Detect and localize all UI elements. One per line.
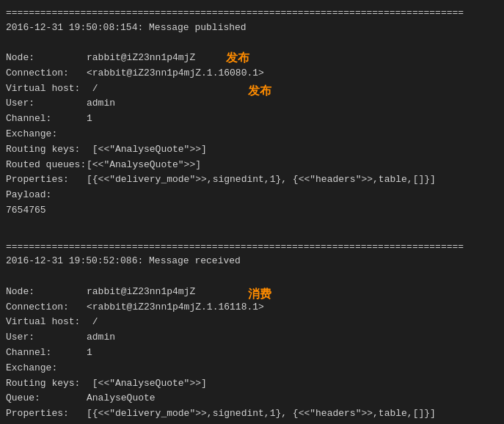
publish-timestamp: 2016-12-31 19:50:08:154: Message publish… <box>6 21 498 36</box>
consume-channel: Channel: 1 <box>6 346 498 361</box>
consume-node: Node: rabbit@iZ23nn1p4mjZ 消费 <box>6 285 498 300</box>
consume-routing-keys: Routing keys: [<<"AnalyseQuote">>] <box>6 376 498 392</box>
divider-1: ========================================… <box>6 6 498 21</box>
publish-section: ========================================… <box>6 3 498 237</box>
publish-vhost: Virtual host: / 发布 <box>6 81 498 97</box>
publish-payload-label: Payload: <box>6 188 498 203</box>
publish-channel: Channel: 1 <box>6 112 498 127</box>
consume-timestamp: 2016-12-31 19:50:52:086: Message receive… <box>6 254 498 269</box>
consume-exchange: Exchange: <box>6 361 498 376</box>
publish-payload-value: 7654765 <box>6 203 498 219</box>
publish-exchange: Exchange: <box>6 127 498 142</box>
publish-properties: Properties: [{<<"delivery_mode">>,signed… <box>6 172 498 188</box>
log-container: ========================================… <box>6 3 498 424</box>
consume-section: ========================================… <box>6 237 498 424</box>
publish-routed-queues: Routed queues:[<<"AnalyseQuote">>] <box>6 158 498 173</box>
divider-2: ========================================… <box>6 240 498 255</box>
publish-connection: Connection: <rabbit@iZ23nn1p4mjZ.1.16080… <box>6 66 498 81</box>
consume-user: User: admin <box>6 330 498 346</box>
publish-routing-keys: Routing keys: [<<"AnalyseQuote">>] <box>6 142 498 158</box>
consume-vhost: Virtual host: / <box>6 315 498 330</box>
consume-annotation-label: 消费 <box>248 285 271 304</box>
publish-node: Node: rabbit@iZ23nn1p4mjZ <box>6 51 498 66</box>
publish-annotation-label: 发布 <box>248 81 271 100</box>
consume-properties: Properties: [{<<"delivery_mode">>,signed… <box>6 406 498 422</box>
consume-queue: Queue: AnalyseQuote <box>6 391 498 406</box>
publish-annotation: 发布 <box>226 51 249 66</box>
